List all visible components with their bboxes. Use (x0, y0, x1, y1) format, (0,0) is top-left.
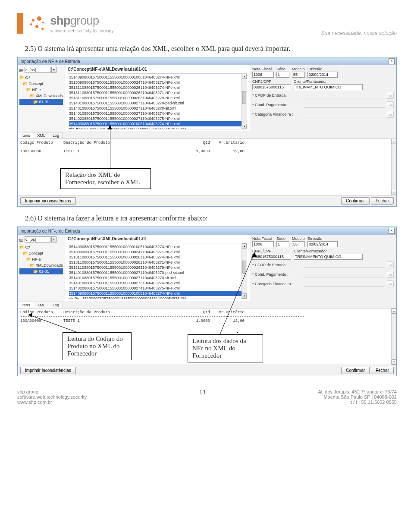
file-row-selected[interactable]: 3514090880157500011555001000001006104640… (69, 291, 246, 296)
tab-itens[interactable]: Itens (18, 132, 34, 139)
file-row[interactable]: 3513110880157500011555001000000262104640… (69, 260, 246, 265)
file-row[interactable]: 3513110880157500011555001000000261104640… (69, 85, 246, 90)
grid-scrollbar[interactable]: ▴▾ (391, 139, 396, 195)
tree-node-nfe[interactable]: NF-e (19, 87, 63, 93)
xml-file-list[interactable]: 3514090880157500011555001000001006104640… (68, 73, 247, 129)
serie-input[interactable] (276, 72, 289, 78)
file-row[interactable]: 3514020880157500011555001000000274104640… (69, 286, 246, 291)
serie-input[interactable] (276, 241, 289, 247)
tree-node-c[interactable]: C:\ (19, 75, 63, 81)
lookup-cat-icon[interactable]: ⌕ (387, 280, 394, 287)
drive-icon: 🖴 (19, 68, 24, 72)
modelo-input[interactable] (292, 241, 305, 247)
file-row[interactable]: 3514010880157500011555001000000271104640… (69, 270, 246, 275)
tab-xml[interactable]: XML (34, 132, 50, 139)
scroll-down-icon[interactable]: ▾ (242, 124, 247, 129)
tree-node-0101[interactable]: 01-01 (19, 99, 63, 105)
cliente-input[interactable] (294, 84, 363, 90)
lookup-cfop-icon[interactable]: ⌕ (387, 261, 394, 268)
confirm-button[interactable]: Confirmar (341, 197, 370, 205)
file-row[interactable]: 3513110880157500011555001000000263104640… (69, 95, 246, 101)
tree-node-nfe[interactable]: NF-e (19, 256, 63, 262)
grid-scrollbar[interactable]: ▴▾ (391, 308, 396, 365)
tab-xml[interactable]: XML (34, 302, 50, 308)
file-row[interactable]: 3514010880157500011555001000000271104640… (69, 106, 246, 111)
print-inconsistencies-button[interactable]: Imprimir inconsistências (20, 197, 76, 205)
close-icon[interactable]: × (389, 58, 395, 64)
file-row[interactable]: 3514090880157500011555001000001006104640… (69, 244, 246, 249)
file-row[interactable]: 3514020880157500011555001000000274104640… (69, 116, 246, 121)
emissao-input[interactable] (307, 241, 338, 247)
scroll-thumb[interactable] (242, 261, 246, 274)
scroll-down-icon[interactable]: ▾ (392, 190, 396, 195)
file-list-scrollbar[interactable]: ▴ ▾ (242, 243, 247, 299)
drive-dropdown-icon[interactable]: ▾ (51, 67, 56, 73)
tree-node-0101[interactable]: 01-01 (19, 268, 63, 274)
tree-node-concept[interactable]: Concept (19, 81, 63, 87)
current-path: C:\Concept\NF-e\XMLDownloads\01-01 (68, 67, 247, 72)
scroll-down-icon[interactable]: ▾ (392, 359, 396, 365)
cfop-field[interactable] (304, 92, 385, 98)
cat-field[interactable] (304, 111, 385, 117)
nf-input[interactable] (252, 241, 274, 247)
lookup-cfop-icon[interactable]: ⌕ (387, 92, 394, 99)
file-row[interactable]: 3513090880157500011555001000000247104640… (69, 249, 246, 255)
lookup-cond-icon[interactable]: ⌕ (387, 271, 394, 278)
cond-field[interactable] (304, 102, 385, 108)
tree-node-concept[interactable]: Concept (19, 250, 63, 256)
emissao-input[interactable] (307, 72, 338, 78)
close-button[interactable]: Fechar (371, 367, 394, 374)
grid-row[interactable]: 100A00008 TESTE 1 1,0000 12,00 (20, 149, 394, 154)
window-titlebar: Importação de NF-e de Entrada × (18, 227, 396, 235)
cnpj-input[interactable] (252, 254, 291, 260)
cond-field[interactable] (304, 271, 385, 277)
lookup-cond-icon[interactable]: ⌕ (387, 101, 394, 108)
file-list-scrollbar[interactable]: ▴ ▾ (242, 74, 247, 129)
tab-log[interactable]: Log (49, 302, 63, 308)
file-row[interactable]: 3514010880157500011555001000000273104640… (69, 111, 246, 116)
print-inconsistencies-button[interactable]: Imprimir inconsistências (20, 367, 76, 374)
close-button[interactable]: Fechar (371, 197, 394, 205)
grid-cell-vr: 12,00 (210, 149, 253, 154)
grid-row[interactable]: 100A00008 TESTE 1 1,0000 12,00 (20, 319, 394, 323)
tree-node-xmldownloads[interactable]: XMLDownloads (19, 262, 63, 268)
file-row[interactable]: 3514010880157500011555001000000271104640… (69, 275, 246, 280)
cat-field[interactable] (304, 281, 385, 287)
confirm-button[interactable]: Confirmar (341, 367, 370, 374)
tab-log[interactable]: Log (49, 132, 63, 139)
drive-icon: 🖴 (19, 237, 24, 242)
scroll-up-icon[interactable]: ▴ (242, 243, 247, 249)
drive-select[interactable] (25, 67, 50, 73)
scroll-up-icon[interactable]: ▴ (242, 74, 247, 79)
lookup-cat-icon[interactable]: ⌕ (387, 111, 394, 118)
file-row[interactable]: 3514090880157500011555001000001006104640… (69, 75, 246, 80)
file-row[interactable]: 3513110880157500011555001000000261104640… (69, 255, 246, 260)
cnpj-input[interactable] (252, 84, 291, 90)
grid-cell-qtd: 1,0000 (176, 319, 210, 323)
file-row[interactable]: 3513090880157500011555001000000247104640… (69, 80, 246, 85)
file-row[interactable]: 3513110880157500011555001000000262104640… (69, 90, 246, 95)
scroll-up-icon[interactable]: ▴ (392, 139, 396, 144)
file-row-selected[interactable]: 3514090880157500011555001000001006104640… (69, 121, 246, 126)
drive-dropdown-icon[interactable]: ▾ (51, 236, 56, 242)
tab-itens[interactable]: Itens (18, 302, 34, 308)
cnpj-label: CNPJ/CPF (252, 79, 291, 84)
file-row[interactable]: nfeProc351309078257390001815500000000063… (69, 296, 246, 299)
file-row[interactable]: 3514010880157500011555001000000273104640… (69, 280, 246, 286)
modelo-input[interactable] (292, 72, 305, 78)
file-row[interactable]: 3513110880157500011555001000000263104640… (69, 265, 246, 270)
tree-node-xmldownloads[interactable]: XMLDownloads (19, 93, 63, 99)
scroll-up-icon[interactable]: ▴ (392, 308, 396, 314)
arrow-head-icon (108, 125, 112, 129)
scroll-thumb[interactable] (242, 91, 246, 104)
file-row[interactable]: 3514010880157500011555001000000271104640… (69, 101, 246, 106)
cfop-field[interactable] (304, 262, 385, 268)
xml-file-list[interactable]: 3514090880157500011555001000001006104640… (68, 243, 247, 299)
tree-node-c[interactable]: C:\ (19, 244, 63, 250)
drive-select[interactable] (25, 236, 50, 242)
cliente-input[interactable] (294, 254, 363, 260)
file-row[interactable]: nfeProc351309078257390001815500000000063… (69, 126, 246, 129)
scroll-down-icon[interactable]: ▾ (242, 293, 247, 299)
close-icon[interactable]: × (389, 228, 395, 234)
nf-input[interactable] (252, 72, 274, 78)
